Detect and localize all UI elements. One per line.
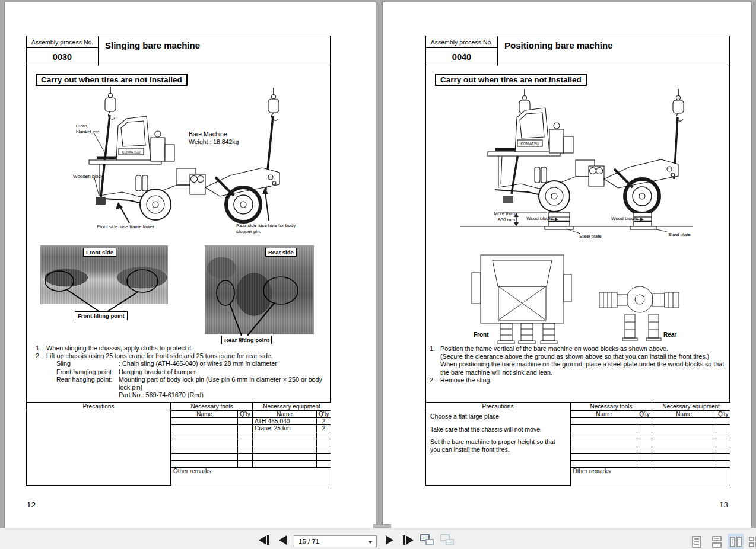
tool-qty-cell <box>637 454 652 461</box>
tools-qty-header: Q'ty <box>637 411 652 418</box>
positioning-diagram: KOMATSU <box>421 85 706 245</box>
precaution-paragraph: Set the bare machine to proper height so… <box>430 438 566 453</box>
label-wooden-block: Wooden block <box>73 174 103 180</box>
tool-name-cell <box>571 439 637 446</box>
table-row <box>571 461 730 468</box>
first-page-button[interactable] <box>259 535 270 545</box>
equip-name-cell <box>253 454 317 461</box>
precautions-header: Precautions <box>425 402 570 410</box>
page-number-combobox[interactable]: 15 / 71 <box>294 535 377 547</box>
equip-name-cell <box>652 439 716 446</box>
previous-view-button[interactable]: ← <box>420 534 435 547</box>
instruction-steps: 1. When slinging the chassis, apply clot… <box>36 344 325 399</box>
page-number-right: 13 <box>719 500 728 509</box>
table-row <box>571 454 730 461</box>
toolbar-handle[interactable] <box>373 524 391 528</box>
tool-name-cell <box>171 446 238 454</box>
step-line: 2. Lift up chassis using 25 tons crane f… <box>36 352 325 360</box>
equip-qty-cell: 2 <box>317 418 331 425</box>
continuous-view-button[interactable] <box>709 534 725 549</box>
label-steel-plate-2: Steel plate <box>668 232 691 238</box>
equip-name-cell <box>652 432 716 439</box>
page-title: Slinging bare machine <box>105 40 200 50</box>
tools-header: Necessary tools <box>171 403 253 411</box>
two-page-continuous-view-icon <box>749 537 754 547</box>
condition-banner: Carry out when tires are not installed <box>435 74 587 86</box>
label-weight: Bare Machine Weight : 18,842kg <box>189 130 239 146</box>
step-line: Part No.: 569-74-61670 (Red) <box>36 391 325 399</box>
previous-view-icon: ← <box>421 532 428 541</box>
table-row <box>171 454 331 461</box>
process-number: 0030 <box>27 48 98 66</box>
tool-name-cell <box>171 418 238 425</box>
process-number: 0040 <box>426 48 497 66</box>
tool-name-cell <box>571 454 637 461</box>
equip-name-cell <box>253 439 317 446</box>
tool-name-cell <box>571 446 637 454</box>
equipment-name-header: Name <box>253 411 317 418</box>
previous-page-button[interactable] <box>279 535 287 545</box>
two-page-continuous-view-button[interactable] <box>747 534 756 549</box>
equipment-header: Necessary equipment <box>652 403 730 411</box>
first-page-icon <box>259 535 266 545</box>
page-title: Positioning bare machine <box>504 40 613 50</box>
tool-qty-cell <box>238 425 253 432</box>
process-label: Assembly process No. <box>426 36 497 48</box>
label-more-than-800: More than 800 mm <box>485 211 515 222</box>
tool-name-cell <box>171 454 238 461</box>
tools-name-header: Name <box>571 411 637 418</box>
other-remarks-cell: Other remarks <box>571 468 730 486</box>
other-remarks-cell: Other remarks <box>171 468 331 486</box>
equip-qty-cell <box>716 446 730 454</box>
step-line: 1. When slinging the chassis, apply clot… <box>36 344 325 352</box>
tools-header: Necessary tools <box>571 403 652 411</box>
equip-name-cell <box>652 425 716 432</box>
tool-qty-cell <box>238 446 253 454</box>
equip-name-cell <box>652 461 716 468</box>
equip-qty-cell <box>716 418 730 425</box>
page-indicator-text: 15 / 71 <box>298 538 319 545</box>
tools-equipment-table: Necessary tools Necessary equipment Name… <box>171 402 331 486</box>
table-row <box>171 439 331 446</box>
tool-qty-cell <box>238 418 253 425</box>
slinging-diagram: KOMATSU <box>34 85 307 241</box>
tool-name-cell <box>171 461 238 468</box>
label-front-view: Front <box>474 332 489 338</box>
tool-qty-cell <box>238 454 253 461</box>
tool-qty-cell <box>637 432 652 439</box>
table-row <box>571 439 730 446</box>
table-row <box>171 432 331 439</box>
tool-name-cell <box>571 432 637 439</box>
next-view-icon: → <box>446 537 453 545</box>
step-line: When positioning the bare machine on the… <box>430 360 726 376</box>
last-page-icon <box>406 535 414 545</box>
last-page-button[interactable] <box>402 535 414 545</box>
precaution-paragraph: Take care that the chassis will not move… <box>430 426 566 433</box>
equip-qty-cell <box>317 446 331 454</box>
page-number-left: 12 <box>27 500 36 509</box>
tool-qty-cell <box>637 418 652 425</box>
two-page-view-button[interactable] <box>728 534 744 549</box>
table-row: ATH-465-040 2 <box>171 418 331 425</box>
tool-qty-cell <box>637 461 652 468</box>
viewer-toolbar: 15 / 71 ← → <box>0 528 756 549</box>
step-line: Front hanging point: Hanging bracket of … <box>36 368 325 376</box>
equipment-header: Necessary equipment <box>253 403 331 411</box>
equip-name-cell <box>253 432 317 439</box>
tool-qty-cell <box>637 439 652 446</box>
front-side-photo: Front side Front lifting point <box>40 245 168 323</box>
photo-caption-front-lifting-point: Front lifting point <box>75 311 128 320</box>
next-page-button[interactable] <box>386 535 393 545</box>
equipment-qty-header: Q'ty <box>716 411 730 418</box>
single-page-view-button[interactable] <box>688 534 704 549</box>
tool-name-cell <box>171 432 238 439</box>
table-row <box>571 425 730 432</box>
rear-side-photo: Rear side Rear lifting point <box>205 245 314 345</box>
single-page-view-icon <box>692 536 701 548</box>
photo-title-rear-side: Rear side <box>265 248 297 257</box>
equip-qty-cell <box>317 439 331 446</box>
label-wood-blocks-2: Wood blocks <box>611 216 639 222</box>
equip-qty-cell <box>317 432 331 439</box>
next-view-button[interactable]: → <box>440 534 455 547</box>
step-line: Rear hanging point: Mounting part of bod… <box>36 376 325 391</box>
